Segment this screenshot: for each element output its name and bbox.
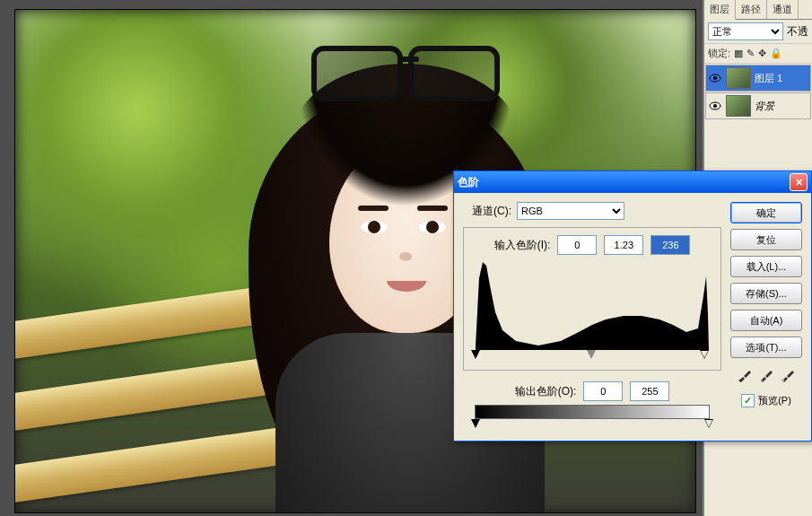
dialog-title: 色阶	[458, 175, 479, 190]
channel-label: 通道(C):	[472, 204, 511, 219]
input-levels-label: 输入色阶(I):	[494, 238, 551, 253]
layer-name[interactable]: 背景	[755, 100, 774, 113]
input-black-field[interactable]	[557, 235, 597, 255]
black-eyedropper-icon[interactable]	[737, 367, 753, 383]
layer-row-background[interactable]: 背景	[705, 92, 811, 119]
close-icon: ✕	[795, 177, 803, 188]
histogram	[476, 260, 709, 350]
white-eyedropper-icon[interactable]	[780, 367, 796, 383]
svg-point-4	[739, 380, 741, 381]
svg-point-6	[782, 380, 784, 381]
cancel-button[interactable]: 复位	[730, 229, 802, 250]
svg-point-3	[713, 104, 717, 108]
svg-point-5	[761, 380, 763, 381]
black-point-slider[interactable]	[471, 350, 480, 359]
white-point-slider[interactable]	[700, 350, 709, 359]
output-levels-label: 输出色阶(O):	[515, 384, 577, 399]
layer-row-1[interactable]: 图层 1	[705, 65, 811, 92]
levels-dialog: 色阶 ✕ 通道(C): RGB 输入色阶(I):	[453, 171, 812, 442]
lock-label: 锁定:	[708, 47, 730, 60]
layer-thumbnail	[726, 67, 751, 89]
preview-checkbox[interactable]: ✓	[741, 394, 755, 407]
blend-mode-select[interactable]: 正常	[708, 22, 783, 40]
input-sliders	[476, 350, 709, 363]
input-levels-group: 输入色阶(I):	[463, 227, 721, 371]
output-white-field[interactable]	[630, 381, 669, 401]
input-white-field[interactable]	[650, 235, 690, 255]
save-button[interactable]: 存储(S)...	[730, 283, 802, 304]
output-black-field[interactable]	[583, 381, 623, 401]
tab-layers[interactable]: 图层	[704, 0, 736, 20]
layer-name[interactable]: 图层 1	[755, 72, 782, 85]
lock-paint-icon[interactable]: ✎	[747, 48, 755, 59]
tab-paths[interactable]: 路径	[736, 0, 767, 19]
output-levels-group: 输出色阶(O):	[463, 381, 721, 432]
channel-select[interactable]: RGB	[517, 202, 624, 220]
preview-label: 预览(P)	[758, 394, 791, 407]
options-button[interactable]: 选项(T)...	[730, 337, 802, 358]
gamma-slider[interactable]	[587, 350, 596, 359]
load-button[interactable]: 载入(L)...	[730, 256, 802, 277]
close-button[interactable]: ✕	[790, 173, 808, 191]
visibility-toggle-icon[interactable]	[708, 99, 722, 113]
visibility-toggle-icon[interactable]	[708, 71, 722, 85]
gray-eyedropper-icon[interactable]	[758, 367, 774, 383]
lock-row: 锁定: ▩ ✎ ✥ 🔒	[704, 44, 812, 64]
tab-channels[interactable]: 通道	[767, 0, 799, 19]
lock-all-icon[interactable]: 🔒	[770, 48, 782, 59]
output-black-slider[interactable]	[471, 419, 480, 428]
input-gamma-field[interactable]	[604, 235, 643, 255]
ok-button[interactable]: 确定	[730, 202, 802, 223]
lock-move-icon[interactable]: ✥	[758, 48, 766, 59]
auto-button[interactable]: 自动(A)	[730, 310, 802, 331]
output-white-slider[interactable]	[704, 419, 713, 428]
output-gradient	[475, 405, 710, 419]
lock-transparency-icon[interactable]: ▩	[734, 48, 743, 59]
svg-point-1	[713, 76, 717, 80]
panel-tabs: 图层 路径 通道	[704, 0, 812, 20]
dialog-titlebar[interactable]: 色阶 ✕	[454, 171, 811, 193]
layer-thumbnail	[726, 95, 751, 117]
opacity-label: 不透	[787, 24, 808, 39]
